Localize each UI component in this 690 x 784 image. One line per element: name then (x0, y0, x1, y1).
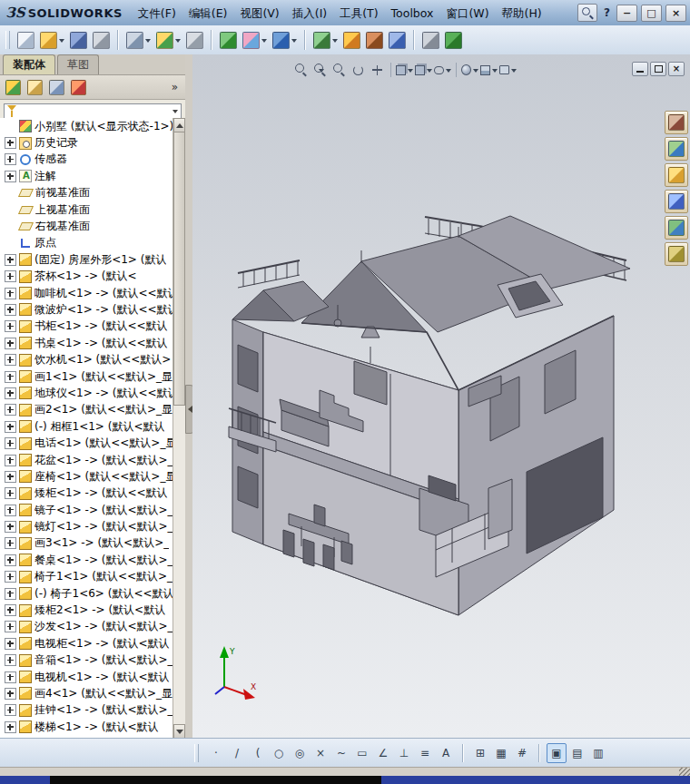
save-button[interactable] (68, 29, 89, 51)
sketch-angle-button[interactable]: ∠ (373, 743, 393, 763)
tree-item[interactable]: 书桌<1> -> (默认<<默认 (0, 335, 173, 351)
feature-manager-tab[interactable] (4, 78, 22, 96)
options-button[interactable] (420, 29, 441, 51)
sketch-spline-button[interactable]: ~ (331, 743, 351, 763)
sketch-circle-button[interactable]: ○ (269, 743, 289, 763)
tree-item[interactable]: 镜灯<1> -> (默认<默认>_ (0, 518, 173, 534)
close-button[interactable]: × (665, 5, 686, 22)
tree-item[interactable]: 沙发<1> -> (默认<默认>_ (0, 619, 173, 635)
tree-item[interactable]: 微波炉<1> -> (默认<<默认 (0, 301, 173, 318)
expand-toggle[interactable] (5, 354, 16, 366)
expand-toggle[interactable] (5, 721, 16, 733)
doc-close-button[interactable]: × (668, 62, 685, 76)
expand-toggle[interactable] (5, 288, 16, 299)
tree-item[interactable]: 镜子<1> -> (默认<默认>_ (0, 502, 173, 518)
tree-item[interactable]: 餐桌<1> -> (默认<默认>_ (0, 552, 173, 568)
assembly-tools-dropdown-caret[interactable] (332, 39, 338, 45)
expand-toggle[interactable] (5, 404, 16, 416)
sketch-rectangle-button[interactable]: ▭ (352, 743, 372, 763)
view-settings-dropdown-caret[interactable] (511, 69, 517, 75)
pan-button[interactable] (369, 62, 386, 78)
grid-display-button[interactable]: ▦ (491, 743, 511, 763)
print-button[interactable] (184, 29, 205, 51)
expand-toggle[interactable] (5, 638, 16, 650)
menu-item[interactable]: 工具(T) (333, 1, 384, 25)
edit-color-dropdown-caret[interactable] (261, 39, 267, 45)
menu-item[interactable]: 视图(V) (233, 1, 285, 25)
expand-toggle[interactable] (5, 671, 16, 683)
sketch-dropdown-caret[interactable] (291, 39, 297, 45)
tree-item[interactable]: 椅子1<1> (默认<<默认>_显 (0, 569, 173, 585)
sketch-point-button[interactable]: · (206, 743, 226, 763)
sketch-perimeter-circle-button[interactable]: ◎ (290, 743, 310, 763)
view-palette-button[interactable] (665, 216, 688, 240)
tree-item[interactable]: 画1<1> (默认<<默认>_显示 (0, 368, 173, 385)
tree-item[interactable]: 注解 (0, 168, 173, 184)
expand-toggle[interactable] (5, 537, 16, 549)
tree-item[interactable]: 画2<1> (默认<<默认>_显示 (0, 402, 173, 418)
tree-item[interactable]: 楼梯<1> -> (默认<默认 (0, 719, 173, 735)
display-panes-button[interactable]: ▥ (588, 743, 608, 763)
open-button[interactable] (38, 29, 66, 51)
minimize-button[interactable]: − (616, 5, 637, 22)
expand-toggle[interactable] (5, 371, 16, 383)
expand-toggle[interactable] (5, 621, 16, 632)
tree-item[interactable]: 传感器 (0, 152, 173, 168)
tree-scrollbar[interactable] (172, 118, 185, 739)
design-library-button[interactable] (665, 137, 688, 161)
shaded-with-edges-button[interactable]: ▣ (547, 743, 567, 763)
edit-appearance-dropdown-caret[interactable] (473, 69, 478, 75)
scroll-down-button[interactable] (173, 724, 185, 739)
model-viewport[interactable]: Y X × (192, 54, 690, 739)
sketch-button[interactable] (271, 29, 299, 51)
sketch-trim-button[interactable]: × (310, 743, 330, 763)
panel-overflow-chevron[interactable]: » (172, 81, 182, 93)
new-document-button[interactable] (15, 29, 36, 51)
tree-item[interactable]: 挂钟<1> -> (默认<默认>_ (0, 702, 173, 719)
expand-toggle[interactable] (5, 521, 16, 533)
expand-toggle[interactable] (5, 387, 16, 399)
rotate-view-button[interactable] (350, 62, 367, 78)
display-manager-tab[interactable] (69, 78, 87, 96)
measure-button[interactable] (387, 29, 408, 51)
make-drawing-button[interactable] (124, 29, 153, 51)
zoom-to-area-dropdown-caret[interactable] (319, 69, 324, 75)
tree-item[interactable]: 矮柜<1> -> (默认<<默认 (0, 485, 173, 502)
tree-item[interactable]: 电视柜<1> -> (默认<默认 (0, 635, 173, 652)
menu-item[interactable]: 帮助(H) (496, 1, 548, 25)
tree-item[interactable]: 矮柜2<1> -> (默认<默认 (0, 602, 173, 618)
zoom-to-fit-button[interactable] (292, 62, 310, 78)
tree-item[interactable]: (固定) 房屋外形<1> (默认 (0, 251, 173, 268)
exploded-view-button[interactable] (341, 29, 362, 51)
search-results-button[interactable] (665, 190, 688, 213)
expand-toggle[interactable] (5, 554, 16, 566)
expand-toggle[interactable] (5, 704, 16, 716)
tree-item[interactable]: 历史记录 (0, 134, 173, 151)
toolbar-grip[interactable] (5, 31, 10, 49)
tree-item[interactable]: 电话<1> (默认<<默认>_显 (0, 435, 173, 451)
help-icon[interactable]: ? (601, 6, 613, 19)
tree-item[interactable]: (-) 椅子1<6> (默认<<默认 (0, 585, 173, 602)
sketch-pattern-button[interactable]: ≡ (415, 743, 435, 763)
expand-toggle[interactable] (5, 571, 16, 583)
tree-item[interactable]: 前视基准面 (0, 185, 173, 201)
expand-toggle[interactable] (5, 421, 16, 433)
solidworks-resources-button[interactable] (665, 111, 688, 134)
snap-settings-button[interactable]: # (512, 743, 532, 763)
tree-item[interactable]: 地球仪<1> -> (默认<<默认 (0, 385, 173, 401)
sketch-arc-button[interactable]: ( (248, 743, 268, 763)
tree-item[interactable]: 原点 (0, 235, 173, 251)
expand-toggle[interactable] (5, 254, 16, 266)
expand-toggle[interactable] (5, 320, 16, 332)
tree-item[interactable]: 上视基准面 (0, 201, 173, 218)
expand-toggle[interactable] (5, 654, 16, 666)
expand-toggle[interactable] (5, 455, 16, 466)
menu-item[interactable]: Toolbox (385, 1, 440, 25)
interference-check-button[interactable] (364, 29, 385, 51)
expand-toggle[interactable] (5, 171, 16, 182)
section-display-button[interactable]: ▤ (567, 743, 587, 763)
rebuild-button[interactable] (218, 29, 239, 51)
expand-toggle[interactable] (5, 487, 16, 499)
expand-toggle[interactable] (5, 137, 16, 149)
scroll-up-button[interactable] (173, 118, 185, 132)
